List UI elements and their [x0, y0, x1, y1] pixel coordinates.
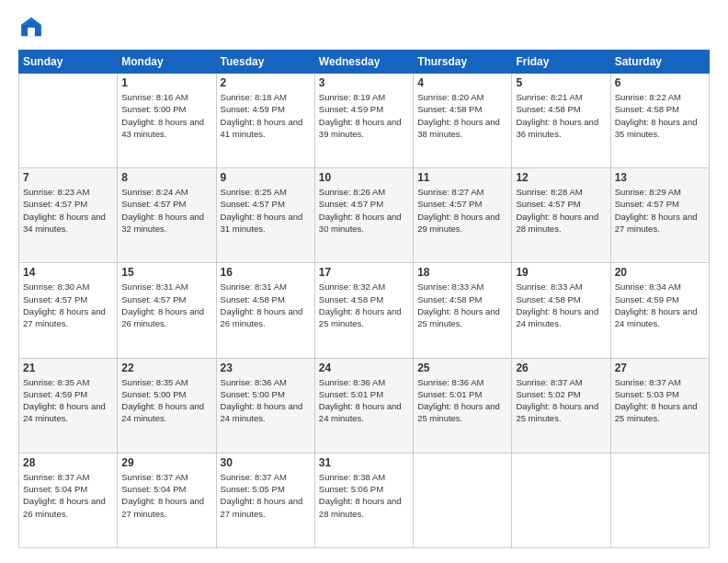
day-number: 5: [516, 76, 606, 89]
day-info: Sunrise: 8:23 AMSunset: 4:57 PMDaylight:…: [23, 186, 113, 235]
calendar-cell-15: 15Sunrise: 8:31 AMSunset: 4:57 PMDayligh…: [118, 263, 216, 358]
day-info: Sunrise: 8:37 AMSunset: 5:04 PMDaylight:…: [23, 471, 113, 520]
day-info: Sunrise: 8:36 AMSunset: 5:01 PMDaylight:…: [417, 376, 507, 425]
day-info: Sunrise: 8:22 AMSunset: 4:58 PMDaylight:…: [615, 91, 705, 140]
day-number: 1: [121, 76, 211, 89]
day-number: 27: [615, 362, 705, 374]
day-number: 24: [319, 362, 409, 374]
calendar-cell-26: 26Sunrise: 8:37 AMSunset: 5:02 PMDayligh…: [512, 358, 610, 453]
day-info: Sunrise: 8:37 AMSunset: 5:04 PMDaylight:…: [121, 471, 211, 520]
calendar-cell-28: 28Sunrise: 8:37 AMSunset: 5:04 PMDayligh…: [19, 453, 118, 547]
calendar-cell-7: 7Sunrise: 8:23 AMSunset: 4:57 PMDaylight…: [19, 168, 118, 263]
day-number: 21: [23, 362, 113, 374]
day-number: 10: [319, 171, 409, 184]
day-number: 9: [221, 171, 311, 184]
weekday-header-saturday: Saturday: [610, 51, 709, 74]
calendar-cell-19: 19Sunrise: 8:33 AMSunset: 4:58 PMDayligh…: [512, 263, 610, 358]
calendar-week-3: 14Sunrise: 8:30 AMSunset: 4:57 PMDayligh…: [19, 263, 710, 358]
day-info: Sunrise: 8:37 AMSunset: 5:05 PMDaylight:…: [221, 471, 311, 520]
calendar-cell-31: 31Sunrise: 8:38 AMSunset: 5:06 PMDayligh…: [314, 453, 413, 547]
weekday-header-sunday: Sunday: [19, 51, 118, 74]
day-info: Sunrise: 8:35 AMSunset: 5:00 PMDaylight:…: [121, 376, 211, 425]
calendar-cell-empty: [414, 453, 512, 547]
day-info: Sunrise: 8:20 AMSunset: 4:58 PMDaylight:…: [417, 91, 507, 140]
svg-rect-2: [28, 28, 35, 36]
day-info: Sunrise: 8:18 AMSunset: 4:59 PMDaylight:…: [221, 91, 311, 140]
day-number: 12: [516, 171, 606, 184]
logo: [18, 15, 48, 40]
day-info: Sunrise: 8:21 AMSunset: 4:58 PMDaylight:…: [516, 91, 606, 140]
weekday-header-thursday: Thursday: [414, 51, 512, 74]
day-info: Sunrise: 8:33 AMSunset: 4:58 PMDaylight:…: [516, 281, 606, 329]
day-info: Sunrise: 8:37 AMSunset: 5:03 PMDaylight:…: [615, 376, 705, 425]
calendar-cell-10: 10Sunrise: 8:26 AMSunset: 4:57 PMDayligh…: [314, 168, 413, 263]
day-number: 26: [516, 362, 606, 374]
day-number: 31: [319, 456, 409, 469]
day-number: 6: [615, 76, 705, 89]
calendar-cell-9: 9Sunrise: 8:25 AMSunset: 4:57 PMDaylight…: [216, 168, 314, 263]
calendar-cell-8: 8Sunrise: 8:24 AMSunset: 4:57 PMDaylight…: [118, 168, 216, 263]
weekday-header-wednesday: Wednesday: [314, 51, 413, 74]
calendar-cell-1: 1Sunrise: 8:16 AMSunset: 5:00 PMDaylight…: [118, 74, 216, 168]
day-number: 23: [221, 362, 311, 374]
day-number: 14: [23, 266, 113, 279]
weekday-header-row: SundayMondayTuesdayWednesdayThursdayFrid…: [19, 51, 710, 74]
day-number: 15: [121, 266, 211, 279]
day-number: 25: [417, 362, 507, 374]
day-info: Sunrise: 8:25 AMSunset: 4:57 PMDaylight:…: [221, 186, 311, 235]
day-info: Sunrise: 8:27 AMSunset: 4:57 PMDaylight:…: [417, 186, 507, 235]
weekday-header-tuesday: Tuesday: [216, 51, 314, 74]
day-number: 19: [516, 266, 606, 279]
calendar-cell-3: 3Sunrise: 8:19 AMSunset: 4:59 PMDaylight…: [314, 74, 413, 168]
calendar-week-5: 28Sunrise: 8:37 AMSunset: 5:04 PMDayligh…: [19, 453, 710, 547]
day-number: 22: [121, 362, 211, 374]
weekday-header-monday: Monday: [118, 51, 216, 74]
day-info: Sunrise: 8:26 AMSunset: 4:57 PMDaylight:…: [319, 186, 409, 235]
calendar-cell-6: 6Sunrise: 8:22 AMSunset: 4:58 PMDaylight…: [610, 74, 709, 168]
calendar-cell-29: 29Sunrise: 8:37 AMSunset: 5:04 PMDayligh…: [118, 453, 216, 547]
day-info: Sunrise: 8:32 AMSunset: 4:58 PMDaylight:…: [319, 281, 409, 329]
day-number: 7: [23, 171, 113, 184]
page: SundayMondayTuesdayWednesdayThursdayFrid…: [0, 0, 728, 563]
day-number: 2: [221, 76, 311, 89]
header: [18, 15, 710, 40]
day-info: Sunrise: 8:35 AMSunset: 4:59 PMDaylight:…: [23, 376, 113, 425]
day-info: Sunrise: 8:34 AMSunset: 4:59 PMDaylight:…: [615, 281, 705, 329]
calendar-cell-27: 27Sunrise: 8:37 AMSunset: 5:03 PMDayligh…: [610, 358, 709, 453]
calendar-cell-13: 13Sunrise: 8:29 AMSunset: 4:57 PMDayligh…: [610, 168, 709, 263]
day-info: Sunrise: 8:31 AMSunset: 4:57 PMDaylight:…: [121, 281, 211, 329]
calendar-cell-14: 14Sunrise: 8:30 AMSunset: 4:57 PMDayligh…: [19, 263, 118, 358]
day-number: 4: [417, 76, 507, 89]
day-number: 17: [319, 266, 409, 279]
calendar-table: SundayMondayTuesdayWednesdayThursdayFrid…: [18, 50, 710, 548]
calendar-cell-17: 17Sunrise: 8:32 AMSunset: 4:58 PMDayligh…: [314, 263, 413, 358]
day-info: Sunrise: 8:24 AMSunset: 4:57 PMDaylight:…: [121, 186, 211, 235]
day-number: 3: [319, 76, 409, 89]
calendar-week-2: 7Sunrise: 8:23 AMSunset: 4:57 PMDaylight…: [19, 168, 710, 263]
day-number: 8: [121, 171, 211, 184]
weekday-header-friday: Friday: [512, 51, 610, 74]
day-info: Sunrise: 8:30 AMSunset: 4:57 PMDaylight:…: [23, 281, 113, 329]
calendar-cell-21: 21Sunrise: 8:35 AMSunset: 4:59 PMDayligh…: [19, 358, 118, 453]
calendar-cell-2: 2Sunrise: 8:18 AMSunset: 4:59 PMDaylight…: [216, 74, 314, 168]
day-number: 28: [23, 456, 113, 469]
day-info: Sunrise: 8:19 AMSunset: 4:59 PMDaylight:…: [319, 91, 409, 140]
day-info: Sunrise: 8:33 AMSunset: 4:58 PMDaylight:…: [417, 281, 507, 329]
day-number: 13: [615, 171, 705, 184]
day-number: 11: [417, 171, 507, 184]
calendar-cell-empty: [610, 453, 709, 547]
calendar-cell-25: 25Sunrise: 8:36 AMSunset: 5:01 PMDayligh…: [414, 358, 512, 453]
calendar-cell-5: 5Sunrise: 8:21 AMSunset: 4:58 PMDaylight…: [512, 74, 610, 168]
calendar-cell-23: 23Sunrise: 8:36 AMSunset: 5:00 PMDayligh…: [216, 358, 314, 453]
calendar-week-4: 21Sunrise: 8:35 AMSunset: 4:59 PMDayligh…: [19, 358, 710, 453]
calendar-week-1: 1Sunrise: 8:16 AMSunset: 5:00 PMDaylight…: [19, 74, 710, 168]
day-number: 29: [121, 456, 211, 469]
day-info: Sunrise: 8:38 AMSunset: 5:06 PMDaylight:…: [319, 471, 409, 520]
day-number: 16: [221, 266, 311, 279]
day-info: Sunrise: 8:37 AMSunset: 5:02 PMDaylight:…: [516, 376, 606, 425]
day-info: Sunrise: 8:29 AMSunset: 4:57 PMDaylight:…: [615, 186, 705, 235]
day-info: Sunrise: 8:36 AMSunset: 5:01 PMDaylight:…: [319, 376, 409, 425]
calendar-cell-16: 16Sunrise: 8:31 AMSunset: 4:58 PMDayligh…: [216, 263, 314, 358]
calendar-cell-22: 22Sunrise: 8:35 AMSunset: 5:00 PMDayligh…: [118, 358, 216, 453]
day-number: 18: [417, 266, 507, 279]
